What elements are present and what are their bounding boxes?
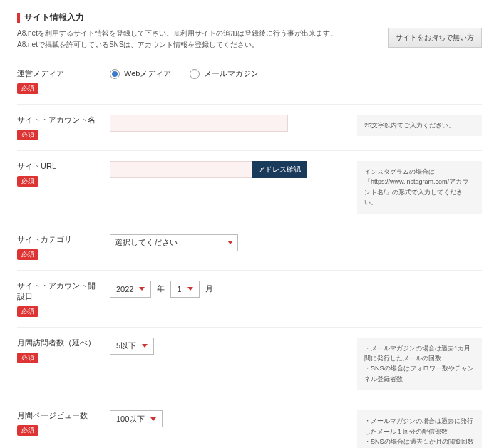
no-site-button[interactable]: サイトをお持ちで無い方 [388,28,482,48]
required-badge: 必須 [17,249,38,260]
address-check-button[interactable]: アドレス確認 [252,161,307,178]
field-label: サイトURL [17,161,103,172]
input-col [110,115,350,132]
field-label: サイトカテゴリ [17,234,103,245]
field-label: サイト・アカウント開設日 [17,281,103,302]
label-col: サイトURL 必須 [17,161,103,187]
required-badge: 必須 [17,83,38,94]
input-col: Webメディア メールマガジン [110,68,482,79]
section-title: サイト情報入力 [17,11,482,24]
hint-text: 25文字以内でご入力ください。 [364,122,455,129]
required-badge: 必須 [17,176,38,187]
radio-circle-icon [110,69,120,79]
hint-item: SNSの場合は過去１か月の閲覧回数や再生回数 [364,437,475,448]
required-badge: 必須 [17,425,38,436]
chevron-down-icon [150,417,156,421]
hint-box: インスタグラムの場合は「https://www.instagram.com/アカ… [357,161,482,214]
required-badge: 必須 [17,353,38,363]
input-col: アドレス確認 [110,161,350,178]
radio-web[interactable]: Webメディア [110,68,171,79]
hint-box: メールマガジンの場合は過去に発行したメール１回分の配信部数 SNSの場合は過去１… [357,410,482,448]
radio-group-media: Webメディア メールマガジン [110,68,259,79]
intro-line1: A8.netを利用するサイト情報を登録して下さい。※利用サイトの追加は登録後に行… [17,28,337,39]
row-category: サイトカテゴリ 必須 選択してください [17,224,482,270]
month-unit: 月 [205,283,213,294]
label-col: 月間ページビュー数 必須 [17,410,103,436]
required-badge: 必須 [17,306,38,317]
month-select[interactable]: 1 [170,281,199,298]
input-col: 100以下 [110,410,350,427]
hint-text: インスタグラムの場合は「https://www.instagram.com/アカ… [364,168,468,206]
intro-text: A8.netを利用するサイト情報を登録して下さい。※利用サイトの追加は登録後に行… [17,28,337,51]
select-value: 2022 [116,285,133,293]
input-col: 2022 年 1 月 [110,281,482,298]
field-label: サイト・アカウント名 [17,115,103,125]
label-col: 運営メディア 必須 [17,68,103,94]
label-col: 月間訪問者数（延べ） 必須 [17,338,103,363]
row-media: 運営メディア 必須 Webメディア メールマガジン [17,58,482,104]
site-url-input[interactable] [110,161,252,178]
url-input-group: アドレス確認 [110,161,307,178]
select-value: 5以下 [116,340,136,351]
row-site-name: サイト・アカウント名 必須 25文字以内でご入力ください。 [17,104,482,150]
section-title-text: サイト情報入力 [24,11,84,24]
row-visitors: 月間訪問者数（延べ） 必須 5以下 メールマガジンの場合は過去1カ月間に発行した… [17,327,482,400]
title-bar-icon [17,13,20,23]
category-select[interactable]: 選択してください [110,234,238,251]
year-select[interactable]: 2022 [110,281,151,298]
hint-box: 25文字以内でご入力ください。 [357,115,482,136]
radio-label: メールマガジン [204,68,259,79]
input-col: 選択してください [110,234,482,251]
radio-label: Webメディア [124,68,171,79]
required-badge: 必須 [17,130,38,140]
select-value: 選択してください [115,237,178,248]
hint-item: SNSの場合はフォロワー数やチャンネル登録者数 [364,363,475,384]
chevron-down-icon [139,287,145,291]
pageview-select[interactable]: 100以下 [110,410,163,427]
radio-circle-icon [190,69,200,79]
year-unit: 年 [157,283,165,294]
header-row: A8.netを利用するサイト情報を登録して下さい。※利用サイトの追加は登録後に行… [17,28,482,51]
chevron-down-icon [142,344,148,348]
row-pageview: 月間ページビュー数 必須 100以下 メールマガジンの場合は過去に発行したメール… [17,400,482,448]
form-container: サイト情報入力 A8.netを利用するサイト情報を登録して下さい。※利用サイトの… [0,0,499,448]
hint-item: メールマガジンの場合は過去1カ月間に発行したメールの回数 [364,343,475,364]
row-site-url: サイトURL 必須 アドレス確認 インスタグラムの場合は「https://www… [17,150,482,224]
hint-box: メールマガジンの場合は過去1カ月間に発行したメールの回数 SNSの場合はフォロワ… [357,338,482,390]
field-label: 月間訪問者数（延べ） [17,338,103,348]
radio-mail[interactable]: メールマガジン [190,68,259,79]
chevron-down-icon [187,287,193,291]
intro-line2: A8.netで掲載を許可しているSNSは、アカウント情報を登録してください。 [17,39,337,51]
label-col: サイト・アカウント開設日 必須 [17,281,103,317]
select-value: 100以下 [116,414,145,424]
hint-item: メールマガジンの場合は過去に発行したメール１回分の配信部数 [364,416,475,437]
site-name-input[interactable] [110,115,288,132]
visitors-select[interactable]: 5以下 [110,338,154,355]
select-value: 1 [177,285,181,293]
chevron-down-icon [227,241,233,244]
label-col: サイトカテゴリ 必須 [17,234,103,260]
field-label: 運営メディア [17,68,103,79]
label-col: サイト・アカウント名 必須 [17,115,103,140]
field-label: 月間ページビュー数 [17,410,103,421]
row-open-date: サイト・アカウント開設日 必須 2022 年 1 月 [17,270,482,327]
input-col: 5以下 [110,338,350,355]
